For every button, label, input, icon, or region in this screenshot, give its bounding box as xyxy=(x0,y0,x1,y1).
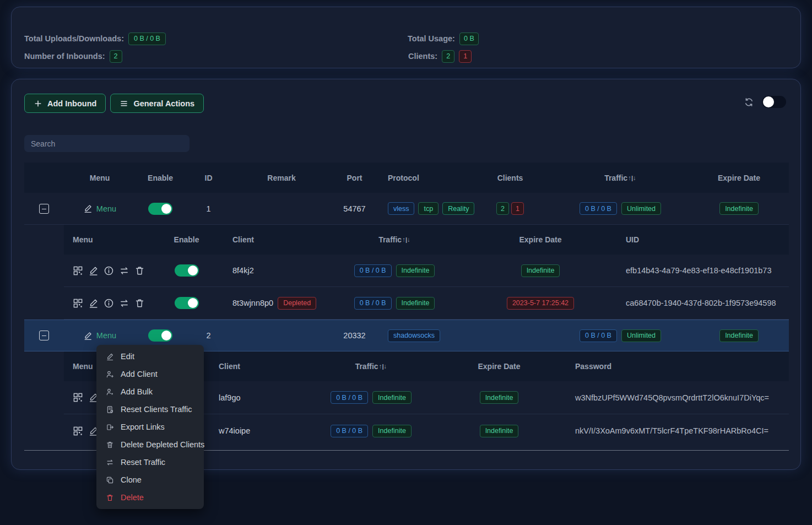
client-enable-toggle[interactable] xyxy=(175,264,199,277)
search-input[interactable] xyxy=(24,135,190,152)
header-enable: Enable xyxy=(158,235,215,244)
header-menu: Menu xyxy=(64,174,136,182)
inbound-row-1: Menu 1 54767 vless tcp Reality 2 1 0 B /… xyxy=(24,193,789,225)
delete-icon xyxy=(106,494,114,502)
inbound-enable-toggle[interactable] xyxy=(148,203,172,215)
header-menu: Menu xyxy=(64,235,158,244)
edit-client-icon[interactable] xyxy=(88,298,99,308)
qr-code-icon[interactable] xyxy=(73,392,83,403)
total-usage-label: Total Usage: xyxy=(408,34,455,43)
expire-badge: Indefinite xyxy=(480,391,519,404)
header-client: Client xyxy=(202,362,306,371)
depleted-badge: Depleted xyxy=(278,297,316,310)
edit-client-icon[interactable] xyxy=(88,266,99,276)
header-expire-date: Expire Date xyxy=(689,174,789,182)
delete-client-icon[interactable] xyxy=(134,298,145,308)
qr-code-icon[interactable] xyxy=(73,298,83,308)
menu-item-export-links[interactable]: Export Links xyxy=(96,418,204,436)
header-traffic[interactable]: Traffic↑|↓ xyxy=(306,362,436,371)
reset-traffic-icon[interactable] xyxy=(119,266,129,276)
edit-pencil-icon xyxy=(83,331,93,340)
inbound-id: 1 xyxy=(185,204,232,213)
plus-icon xyxy=(34,99,42,108)
traffic-total-badge: Unlimited xyxy=(621,202,661,215)
protocol-tag: shadowsocks xyxy=(388,329,440,342)
reset-traffic-icon[interactable] xyxy=(119,298,129,308)
traffic-limit-badge: Indefinite xyxy=(372,425,412,437)
protocol-tag: vless xyxy=(388,202,414,215)
edit-icon xyxy=(106,353,114,361)
inbound-port: 54767 xyxy=(331,204,378,213)
qr-code-icon[interactable] xyxy=(73,426,83,436)
trash-clients-icon xyxy=(106,441,114,449)
traffic-badge: 0 B / 0 B xyxy=(354,264,392,277)
client-table-header: Menu Enable Client Traffic↑|↓ Expire Dat… xyxy=(64,225,789,255)
menu-item-delete-depleted-clients[interactable]: Delete Depleted Clients xyxy=(96,436,204,453)
client-enable-toggle[interactable] xyxy=(175,297,199,309)
add-inbound-button[interactable]: Add Inbound xyxy=(24,94,106,113)
auto-refresh-toggle[interactable] xyxy=(762,96,786,108)
traffic-badge: 0 B / 0 B xyxy=(331,391,368,404)
traffic-badge: 0 B / 0 B xyxy=(331,425,368,437)
header-client: Client xyxy=(215,235,331,244)
clients-count-label: Clients: xyxy=(408,52,437,61)
client-name: laf9go xyxy=(202,393,306,402)
inbound-id: 2 xyxy=(185,331,232,340)
inbounds-table-header: Menu Enable ID Remark Port Protocol Clie… xyxy=(24,163,789,193)
menu-item-clone[interactable]: Clone xyxy=(96,471,204,489)
collapse-row-button[interactable] xyxy=(39,331,49,340)
traffic-limit-badge: Indefinite xyxy=(396,264,435,277)
refresh-icon[interactable] xyxy=(744,97,754,107)
client-table-vless: Menu Enable Client Traffic↑|↓ Expire Dat… xyxy=(64,225,789,320)
inbound-menu-button[interactable]: Menu xyxy=(83,331,116,340)
clone-icon xyxy=(106,476,114,484)
inbound-enable-toggle[interactable] xyxy=(148,329,172,342)
qr-code-icon[interactable] xyxy=(73,266,83,276)
user-add-icon xyxy=(106,370,114,378)
info-icon[interactable] xyxy=(104,266,114,276)
expire-badge: Indefinite xyxy=(521,264,560,277)
header-enable: Enable xyxy=(136,174,185,182)
inbound-port: 20332 xyxy=(331,331,378,340)
header-protocol: Protocol xyxy=(378,174,469,182)
client-uid: efb14b43-4a79-4e83-ef18-e48cf1901b73 xyxy=(623,266,789,275)
expire-badge: Indefinite xyxy=(719,202,759,215)
general-actions-button[interactable]: General Actions xyxy=(110,94,204,113)
expire-badge: Indefinite xyxy=(719,329,759,342)
menu-item-add-bulk[interactable]: Add Bulk xyxy=(96,383,204,400)
expire-badge: Indefinite xyxy=(480,425,519,437)
sort-arrows: ↑|↓ xyxy=(628,175,636,181)
edit-pencil-icon xyxy=(83,204,93,213)
header-expire-date: Expire Date xyxy=(458,235,623,244)
total-updown-label: Total Uploads/Downloads: xyxy=(24,34,124,43)
header-traffic[interactable]: Traffic↑|↓ xyxy=(331,235,458,244)
traffic-badge: 0 B / 0 B xyxy=(354,297,392,310)
sort-arrows: ↑|↓ xyxy=(379,363,387,370)
clients-depleted-badge: 1 xyxy=(459,50,472,63)
inbound-menu-button[interactable]: Menu xyxy=(83,204,116,213)
toolbar: Add Inbound General Actions xyxy=(24,94,204,113)
delete-client-icon[interactable] xyxy=(134,266,145,276)
header-clients: Clients xyxy=(469,174,551,182)
menu-item-add-client[interactable]: Add Client xyxy=(96,365,204,383)
traffic-total-badge: Unlimited xyxy=(621,329,661,342)
traffic-badge: 0 B / 0 B xyxy=(580,329,617,342)
header-port: Port xyxy=(331,174,378,182)
general-actions-label: General Actions xyxy=(133,99,194,108)
export-icon xyxy=(106,423,114,431)
client-row: 8t3wjnn8p0 Depleted 0 B / 0 B Indefinite… xyxy=(64,287,789,320)
header-traffic[interactable]: Traffic↑|↓ xyxy=(551,174,689,182)
total-usage-badge: 0 B xyxy=(459,33,479,45)
menu-item-delete[interactable]: Delete xyxy=(96,489,204,506)
collapse-row-button[interactable] xyxy=(39,204,49,214)
menu-item-edit[interactable]: Edit xyxy=(96,348,204,365)
header-id: ID xyxy=(185,174,232,182)
info-icon[interactable] xyxy=(104,298,114,308)
client-password: nkV/I/3XoAm9v6xMT/T5lcrF4TpeTKF98rHARbRo… xyxy=(562,426,789,435)
clients-active-count: 2 xyxy=(496,202,509,215)
client-password: w3NfbzUPf5WWd745Q8pvsmQrdrttT2lO6knuI7Di… xyxy=(562,393,789,402)
menu-item-reset-traffic[interactable]: Reset Traffic xyxy=(96,453,204,471)
inbound-context-menu: Edit Add Client Add Bulk Reset Clients T… xyxy=(96,345,204,509)
inbounds-page: { "stats": { "total_updown_label": "Tota… xyxy=(0,0,812,525)
menu-item-reset-clients-traffic[interactable]: Reset Clients Traffic xyxy=(96,400,204,418)
